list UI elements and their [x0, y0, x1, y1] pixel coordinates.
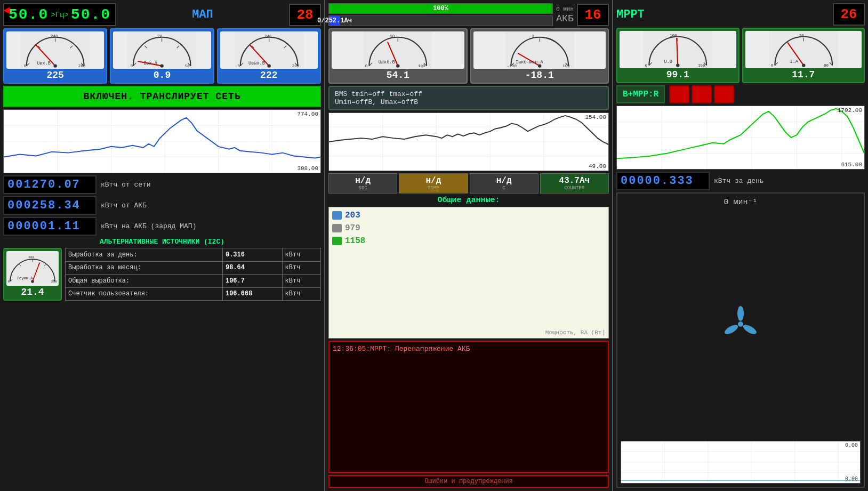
svg-text:280: 280 — [292, 64, 299, 68]
gauge-svg-ivx: 0 20 50 Iвх.А — [113, 31, 211, 69]
alt-row-val-0: 0.316 — [222, 248, 282, 262]
table-row: Счетчик пользователя: 106.668 кВтч — [66, 287, 321, 301]
svg-point-117 — [724, 323, 740, 335]
akb-label: АКБ — [556, 13, 573, 24]
data-bar-rect-2 — [332, 237, 342, 245]
wind-chart-svg — [621, 441, 860, 483]
svg-point-115 — [737, 306, 744, 321]
progress-col: 100% 0/252.1Ач — [328, 3, 553, 26]
red-button-1[interactable] — [669, 85, 689, 103]
bplus-label: B+MPP:R — [616, 85, 665, 103]
gauge-svg-uv: 0 100 150 U.В — [620, 31, 736, 68]
meter-uakb-value: 54.1 — [387, 70, 409, 81]
meter-ivx-value: 0.9 — [154, 70, 171, 81]
data-bar-value-1: 979 — [345, 223, 360, 233]
meter-uvyx-value: 222 — [260, 70, 277, 81]
counter-kwh-net: 001270.07 — [3, 175, 97, 194]
svg-text:240: 240 — [264, 34, 272, 38]
svg-point-7 — [53, 64, 57, 67]
right-chart-top: 1702.00 — [838, 107, 862, 114]
svg-text:20: 20 — [157, 34, 163, 38]
alt-row-val-3: 106.668 — [222, 287, 282, 301]
meter-iakb: -100 0 100 Iакб-мап.А -18.1 — [470, 28, 609, 84]
alt-row-unit-1: кВтч — [282, 261, 320, 275]
alt-row-val-2: 106.7 — [222, 275, 282, 288]
error-text: 12:36:05:МРРТ: Перенапряжение АКБ — [333, 345, 605, 353]
red-button-3[interactable] — [714, 85, 734, 103]
soc-cell-1[interactable]: н/д TIME — [399, 173, 468, 194]
counter-kwh-akb-label: кВтч от АКБ — [101, 202, 147, 210]
soc-sub-1: TIME — [400, 186, 466, 191]
svg-text:0: 0 — [532, 34, 534, 38]
soc-val-1: н/д — [400, 176, 466, 186]
meter-uakb: 0 50 100 Uакб.В 54.1 — [328, 28, 468, 84]
svg-point-62 — [396, 64, 399, 67]
svg-text:50: 50 — [185, 64, 190, 68]
gauge-svg-iakb: -100 0 100 Iакб-мап.А — [473, 31, 606, 69]
alt-row-name-3: Счетчик пользователя: — [66, 287, 223, 301]
table-row: Выработка за месяц: 98.64 кВтч — [66, 261, 321, 275]
svg-text:50: 50 — [390, 34, 395, 38]
soc-cell-2[interactable]: н/д С — [470, 173, 539, 194]
soc-sub-0: SOC — [330, 186, 396, 191]
status-bar: ВКЛЮЧЕН. ТРАНСЛИРУЕТ СЕТЬ — [3, 86, 321, 107]
meter-gauge-uvx: 0 240 280 Uвх.В — [6, 31, 104, 69]
bms-box: BMS tmin=off tmax=off Umin=offB, Umax=of… — [328, 86, 609, 110]
right-counter-row: 00000.333 кВтч за день — [616, 172, 865, 190]
svg-point-31 — [267, 64, 270, 67]
right-seg-label: кВтч за день — [714, 177, 764, 185]
meter-uv: 0 100 150 U.В 99.1 — [616, 28, 740, 83]
meter-uvx-value: 225 — [46, 70, 63, 81]
svg-text:200: 200 — [51, 280, 57, 284]
data-bar-value-2: 1158 — [345, 236, 365, 246]
panel-middle: 100% 0/252.1Ач 0 мин АКБ 16 — [325, 0, 613, 491]
svg-text:Uвых.В: Uвых.В — [248, 61, 265, 66]
meter-gauge-uv: 0 100 150 U.В — [620, 31, 736, 68]
alt-row-unit-0: кВтч — [282, 248, 320, 262]
akb-info: 0 мин АКБ — [556, 6, 574, 24]
progress-0: 0/252.1Ач — [328, 15, 553, 26]
table-row: Выработка за день: 0.316 кВтч — [66, 248, 321, 262]
middle-chart-svg — [329, 113, 608, 171]
left-chart-bottom: 308.00 — [297, 165, 318, 172]
akb-counter: 16 — [577, 4, 609, 26]
data-bar-row-1: 979 — [332, 223, 605, 233]
data-bar-rect-1 — [332, 224, 342, 232]
gauge-svg-uvyx: 0 240 280 Uвых.В — [220, 31, 318, 69]
svg-text:U.В: U.В — [664, 59, 672, 65]
counter-kwh-charge: 000001.11 — [3, 217, 97, 236]
meter-gauge-uakb: 0 50 100 Uакб.В — [332, 31, 464, 69]
meter-gauge-iakb: -100 0 100 Iакб-мап.А — [473, 31, 606, 69]
soc-sub-2: С — [471, 186, 537, 191]
meter-ivx: 0 20 50 Iвх.А 0.9 — [110, 28, 214, 84]
batt-top-row: 100% 0/252.1Ач 0 мин АКБ 16 — [328, 3, 609, 26]
svg-text:60: 60 — [823, 63, 829, 68]
middle-chart-top: 154.00 — [585, 114, 606, 120]
meter-ia-value: 11.7 — [792, 69, 815, 80]
soc-cell-3[interactable]: 43.7Ач COUNTER — [540, 173, 609, 194]
wind-fan-icon — [719, 303, 762, 345]
gauge-svg-uakb: 0 50 100 Uакб.В — [332, 31, 464, 69]
wind-box: 0 мин⁻¹ — [616, 192, 865, 488]
middle-chart: 154.00 49.00 — [328, 112, 609, 171]
meter-iakb-value: -18.1 — [525, 70, 554, 81]
meter-ia: 0 20 60 I.А 11.7 — [742, 28, 865, 83]
svg-text:100: 100 — [418, 64, 425, 68]
alt-meter-value: 21.4 — [21, 287, 44, 297]
counter-kwh-charge-label: кВтч на АКБ (заряд МАП) — [101, 222, 196, 230]
alt-row-val-1: 98.64 — [222, 261, 282, 275]
progress-100: 100% — [328, 3, 553, 14]
svg-text:I.А: I.А — [790, 59, 798, 65]
freq-arrow: >Гц> — [51, 11, 69, 19]
mppt-top-row: МРРТ 26 — [616, 3, 865, 26]
map-counter: 28 — [289, 4, 321, 26]
wind-chart-bottom: 0.00 — [845, 476, 858, 482]
red-button-2[interactable] — [692, 85, 712, 103]
svg-text:0: 0 — [131, 64, 133, 68]
counter-row-3: 000001.11 кВтч на АКБ (заряд МАП) — [3, 217, 321, 236]
soc-cell-0[interactable]: н/д SOC — [328, 173, 397, 194]
svg-text:0: 0 — [23, 64, 26, 68]
svg-text:Iвх.А: Iвх.А — [144, 61, 158, 66]
bms-line1: BMS tmin=off tmax=off — [335, 90, 602, 98]
freq-value-2: 50.0 — [71, 6, 111, 23]
